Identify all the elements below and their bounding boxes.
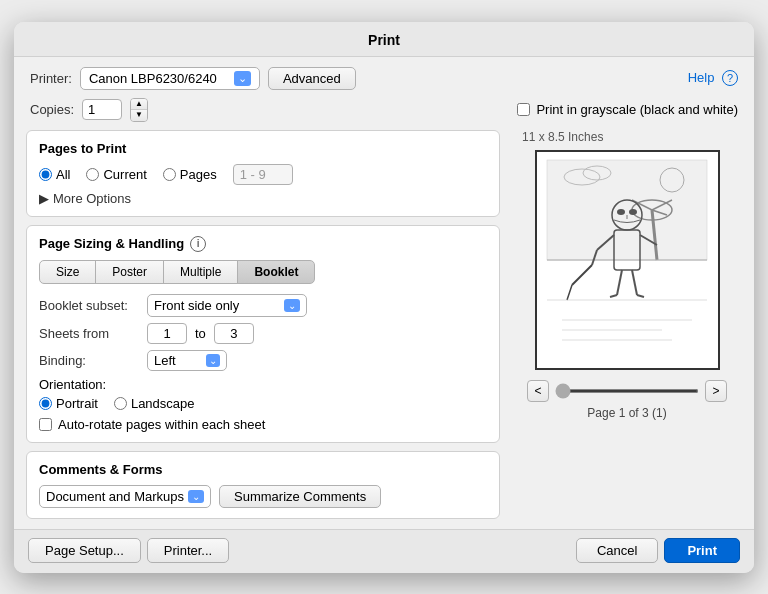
sheets-row: Sheets from to — [39, 323, 487, 344]
landscape-radio[interactable] — [114, 397, 127, 410]
binding-select[interactable]: Left ⌄ — [147, 350, 227, 371]
copies-row: Copies: ▲ ▼ Print in grayscale (black an… — [14, 96, 754, 130]
dialog-title: Print — [368, 32, 400, 48]
sizing-tabs: Size Poster Multiple Booklet — [39, 260, 487, 284]
all-option[interactable]: All — [39, 167, 70, 182]
landscape-option[interactable]: Landscape — [114, 396, 195, 411]
booklet-subset-label: Booklet subset: — [39, 298, 139, 313]
comments-row: Document and Markups ⌄ Summarize Comment… — [39, 485, 487, 508]
sizing-section: Page Sizing & Handling i Size Poster Mul… — [26, 225, 500, 443]
sheets-from-label: Sheets from — [39, 326, 139, 341]
portrait-radio[interactable] — [39, 397, 52, 410]
pages-option[interactable]: Pages — [163, 167, 217, 182]
sheets-from-input[interactable] — [147, 323, 187, 344]
sheets-to-input[interactable] — [214, 323, 254, 344]
grayscale-checkbox[interactable] — [517, 103, 530, 116]
slider-row: < > — [527, 380, 727, 402]
grayscale-label[interactable]: Print in grayscale (black and white) — [517, 102, 738, 117]
portrait-option[interactable]: Portrait — [39, 396, 98, 411]
right-panel: 11 x 8.5 Inches — [512, 130, 742, 519]
copies-stepper[interactable]: ▲ ▼ — [130, 98, 148, 122]
tab-booklet[interactable]: Booklet — [237, 260, 315, 284]
binding-value: Left — [154, 353, 176, 368]
comments-select[interactable]: Document and Markups ⌄ — [39, 485, 211, 508]
copies-increment[interactable]: ▲ — [131, 99, 147, 110]
more-options-toggle[interactable]: ▶ More Options — [39, 191, 487, 206]
booklet-subset-value: Front side only — [154, 298, 239, 313]
page-setup-button[interactable]: Page Setup... — [28, 538, 141, 563]
booklet-subset-select[interactable]: Front side only ⌄ — [147, 294, 307, 317]
print-button[interactable]: Print — [664, 538, 740, 563]
info-icon[interactable]: i — [190, 236, 206, 252]
copies-decrement[interactable]: ▼ — [131, 110, 147, 121]
current-radio[interactable] — [86, 168, 99, 181]
pages-radio[interactable] — [163, 168, 176, 181]
binding-row: Binding: Left ⌄ — [39, 350, 487, 371]
printer-button[interactable]: Printer... — [147, 538, 229, 563]
main-content: Pages to Print All Current Pages — [14, 130, 754, 529]
prev-page-button[interactable]: < — [527, 380, 549, 402]
bottom-bar: Page Setup... Printer... Cancel Print — [14, 529, 754, 573]
printer-dropdown-arrow[interactable]: ⌄ — [234, 71, 251, 86]
pages-range-input[interactable] — [233, 164, 293, 185]
tab-poster[interactable]: Poster — [95, 260, 164, 284]
page-indicator: Page 1 of 3 (1) — [587, 406, 666, 420]
printer-row: Printer: Canon LBP6230/6240 ⌄ Advanced H… — [14, 57, 754, 96]
left-panel: Pages to Print All Current Pages — [26, 130, 500, 519]
svg-point-13 — [629, 209, 637, 215]
printer-value: Canon LBP6230/6240 — [89, 71, 217, 86]
print-dialog: Print Printer: Canon LBP6230/6240 ⌄ Adva… — [14, 22, 754, 573]
booklet-subset-row: Booklet subset: Front side only ⌄ — [39, 294, 487, 317]
tab-multiple[interactable]: Multiple — [163, 260, 238, 284]
autorotate-row[interactable]: Auto-rotate pages within each sheet — [39, 417, 487, 432]
pages-section: Pages to Print All Current Pages — [26, 130, 500, 217]
copies-input[interactable] — [82, 99, 122, 120]
advanced-button[interactable]: Advanced — [268, 67, 356, 90]
sizing-title: Page Sizing & Handling i — [39, 236, 487, 252]
cancel-button[interactable]: Cancel — [576, 538, 658, 563]
orientation-label: Orientation: — [39, 377, 487, 392]
summarize-button[interactable]: Summarize Comments — [219, 485, 381, 508]
preview-frame — [535, 150, 720, 370]
tab-size[interactable]: Size — [39, 260, 96, 284]
help-link[interactable]: Help ? — [688, 70, 738, 86]
comments-arrow[interactable]: ⌄ — [188, 490, 204, 503]
sheets-to-label: to — [195, 326, 206, 341]
comments-value: Document and Markups — [46, 489, 184, 504]
printer-select[interactable]: Canon LBP6230/6240 ⌄ — [80, 67, 260, 90]
page-slider[interactable] — [555, 389, 699, 393]
svg-point-12 — [617, 209, 625, 215]
next-page-button[interactable]: > — [705, 380, 727, 402]
autorotate-checkbox[interactable] — [39, 418, 52, 431]
current-option[interactable]: Current — [86, 167, 146, 182]
binding-label: Binding: — [39, 353, 139, 368]
comments-section: Comments & Forms Document and Markups ⌄ … — [26, 451, 500, 519]
binding-arrow[interactable]: ⌄ — [206, 354, 220, 367]
orientation-radio-row: Portrait Landscape — [39, 396, 487, 411]
dialog-title-bar: Print — [14, 22, 754, 57]
printer-label: Printer: — [30, 71, 72, 86]
all-radio[interactable] — [39, 168, 52, 181]
pages-section-title: Pages to Print — [39, 141, 487, 156]
preview-svg — [542, 155, 712, 365]
preview-size-label: 11 x 8.5 Inches — [512, 130, 603, 144]
pages-radio-row: All Current Pages — [39, 164, 487, 185]
booklet-subset-arrow[interactable]: ⌄ — [284, 299, 300, 312]
comments-title: Comments & Forms — [39, 462, 487, 477]
copies-label: Copies: — [30, 102, 74, 117]
orientation-section: Orientation: Portrait Landscape — [39, 377, 487, 432]
more-options-chevron: ▶ — [39, 191, 49, 206]
help-icon: ? — [722, 70, 738, 86]
